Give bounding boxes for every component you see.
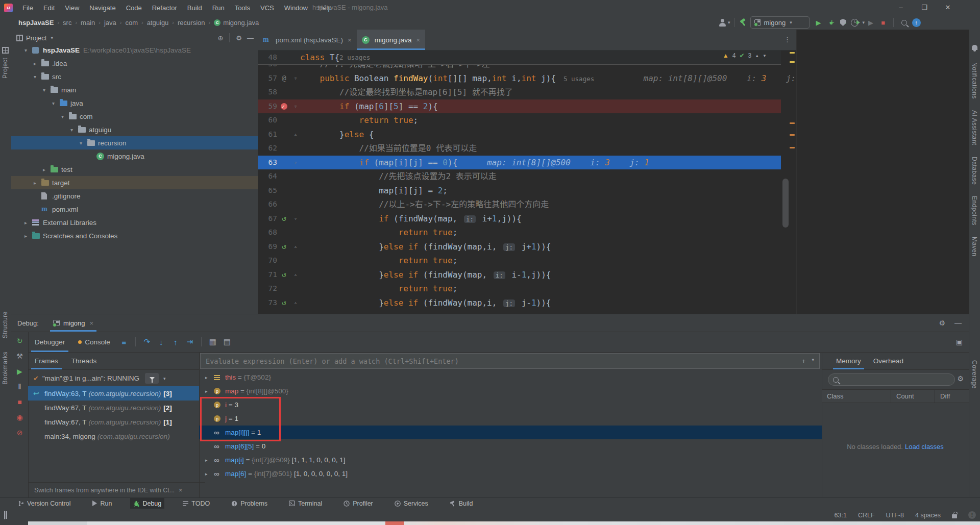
file-encoding[interactable]: UTF-8: [886, 512, 904, 519]
line-number[interactable]: 69: [258, 240, 277, 254]
tree-item-main[interactable]: ▾main: [11, 83, 258, 96]
tree-item-pom.xml[interactable]: mpom.xml: [11, 203, 258, 216]
fold-marker[interactable]: ▿: [291, 71, 300, 86]
close-button[interactable]: ✕: [936, 0, 960, 15]
code-line-63[interactable]: 63▿ if (map[i][j] == 0){ map: int[8][]@5…: [258, 156, 781, 170]
line-number[interactable]: 62: [258, 141, 277, 156]
tree-chevron[interactable]: ▸: [43, 167, 51, 172]
fold-marker[interactable]: ▵: [291, 128, 300, 142]
profiler-button[interactable]: [849, 17, 862, 28]
menu-file[interactable]: File: [18, 3, 38, 13]
code-line-72[interactable]: 72 return true;: [258, 282, 781, 296]
line-number[interactable]: 63: [258, 156, 277, 170]
tree-item-.idea[interactable]: ▸.idea: [11, 57, 258, 70]
menu-code[interactable]: Code: [121, 3, 146, 13]
memory-column-diff[interactable]: Diff: [935, 390, 969, 403]
menu-navigate[interactable]: Navigate: [85, 3, 120, 13]
restore-layout-icon[interactable]: ▣: [956, 338, 963, 346]
line-separator[interactable]: CRLF: [858, 512, 875, 519]
fold-marker[interactable]: ▿: [291, 212, 300, 226]
menu-view[interactable]: View: [60, 3, 84, 13]
code-line-59[interactable]: 59▿ if (map[6][5] == 2){: [258, 99, 781, 114]
tool-strip-bookmarks[interactable]: Bookmarks: [2, 352, 9, 385]
tree-item-target[interactable]: ▸target: [11, 176, 258, 189]
variable-map-i-[interactable]: ▸∞map[i] = {int[7]@509} [1, 1, 1, 0, 0, …: [199, 453, 822, 467]
expand-chevron-icon[interactable]: ▸: [205, 471, 214, 477]
variable-map-6-5-[interactable]: ∞map[6][5] = 0: [199, 439, 822, 453]
step-into-icon[interactable]: ↓: [154, 338, 168, 346]
frame-findWay-67-T[interactable]: findWay:67, T (com.atguigu.recursion)[1]: [28, 415, 199, 429]
menu-run[interactable]: Run: [208, 3, 229, 13]
menu-window[interactable]: Window: [280, 3, 312, 13]
line-number[interactable]: 64: [258, 169, 277, 184]
line-number[interactable]: 58: [258, 85, 277, 99]
fold-marker[interactable]: ▵: [291, 240, 300, 254]
tree-chevron[interactable]: ▾: [80, 140, 87, 146]
build-hammer-icon[interactable]: [739, 18, 747, 27]
code-line-61[interactable]: 61▵ }else {: [258, 128, 781, 142]
variable-map-i-j-[interactable]: ∞map[i][j] = 1: [199, 426, 822, 439]
usages-hint[interactable]: 2 usages: [339, 54, 370, 61]
readonly-unlock-icon[interactable]: [952, 514, 957, 518]
memory-tab-overhead[interactable]: Overhead: [868, 352, 909, 369]
breadcrumb-migong.java[interactable]: Cmigong.java: [214, 19, 259, 27]
maximize-button[interactable]: ❒: [913, 0, 936, 15]
code-line-64[interactable]: 64 //先把该点设置为2 表示可以走: [258, 169, 781, 184]
code-line-57[interactable]: 57@▿ public Boolean findWay(int[][] map,…: [258, 71, 781, 86]
code-line-73[interactable]: 73↺▵ }else if (findWay(map,i, j: j-1)){: [258, 296, 781, 310]
tab-frames[interactable]: Frames: [28, 352, 65, 369]
toolbar-todo[interactable]: TODO: [180, 498, 213, 509]
breadcrumb-java[interactable]: java: [104, 19, 116, 27]
close-tip-icon[interactable]: ×: [179, 487, 182, 494]
step-out-icon[interactable]: ↑: [168, 338, 183, 346]
layout-menu-icon[interactable]: ≡: [117, 338, 131, 346]
tree-chevron[interactable]: ▸: [34, 180, 41, 186]
breadcrumb-src[interactable]: src: [63, 19, 71, 27]
toolbar-run[interactable]: Run: [89, 498, 115, 509]
hide-panel-icon[interactable]: —: [247, 34, 254, 42]
notifications-bell-icon[interactable]: [972, 45, 977, 50]
tree-item-atguigu[interactable]: ▾atguigu: [11, 123, 258, 136]
minimize-button[interactable]: –: [889, 0, 913, 15]
tree-chevron[interactable]: ▸: [24, 233, 32, 239]
memory-column-count[interactable]: Count: [891, 390, 935, 403]
frame-main-34-migong[interactable]: main:34, migong (com.atguigu.recursion): [28, 429, 199, 443]
toolbar-version-control[interactable]: Version Control: [15, 498, 74, 509]
debug-session-tab[interactable]: migong ×: [48, 314, 99, 332]
code-area[interactable]: 56 // 7. 先确定老鼠找路策略 上->右->下->左57@▿ public…: [258, 57, 781, 310]
line-number[interactable]: 61: [258, 128, 277, 142]
menu-edit[interactable]: Edit: [39, 3, 59, 13]
expand-chevron-icon[interactable]: ▸: [205, 458, 214, 463]
tree-chevron[interactable]: ▸: [24, 220, 32, 226]
code-line-66[interactable]: 66 //以上->右->下->左的策略往其他四个方向走: [258, 197, 781, 212]
caret-position[interactable]: 63:1: [835, 512, 847, 519]
close-tab-icon[interactable]: ×: [416, 36, 420, 44]
fold-marker[interactable]: ▿: [291, 156, 300, 170]
line-number[interactable]: 70: [258, 254, 277, 268]
line-number[interactable]: 57: [258, 71, 277, 86]
tool-strip-project[interactable]: Project: [2, 58, 9, 79]
tree-item-com[interactable]: ▾com: [11, 110, 258, 123]
tree-chevron[interactable]: ▾: [52, 101, 60, 106]
load-classes-link[interactable]: Load classes: [905, 443, 944, 451]
tool-strip-database[interactable]: Database: [971, 157, 978, 185]
tool-strip-coverage[interactable]: Coverage: [971, 360, 978, 389]
add-watch-icon[interactable]: +: [802, 357, 806, 365]
line-number[interactable]: 65: [258, 184, 277, 198]
code-line-65[interactable]: 65 map[i][j] = 2;: [258, 184, 781, 198]
tool-strip-notifications[interactable]: Notifications: [971, 62, 978, 99]
code-line-68[interactable]: 68 return true;: [258, 226, 781, 240]
next-issue-icon[interactable]: ▼: [763, 54, 767, 58]
rerun-debug-icon[interactable]: ↻: [17, 337, 23, 345]
code-line-58[interactable]: 58 //设定最终找到坐标是map[6][5] 就不再找了: [258, 85, 781, 99]
code-line-62[interactable]: 62 //如果当前位置是0 代表可以走: [258, 141, 781, 156]
tool-strip-ai-assistant[interactable]: AI Assistant: [971, 110, 978, 145]
stripe-warning-mark[interactable]: [790, 61, 795, 63]
thread-selector[interactable]: ✔ "main"@1 in g...ain": RUNNING ▾: [28, 370, 199, 387]
breadcrumb-atguigu[interactable]: atguigu: [147, 19, 169, 27]
prev-issue-icon[interactable]: ▲: [755, 54, 759, 58]
tab-debugger[interactable]: Debugger: [28, 332, 71, 352]
line-number[interactable]: 73: [258, 296, 277, 310]
debug-settings-icon[interactable]: ⚒: [16, 352, 23, 360]
code-line-69[interactable]: 69↺▵ }else if (findWay(map,i, j: j+1)){: [258, 240, 781, 254]
